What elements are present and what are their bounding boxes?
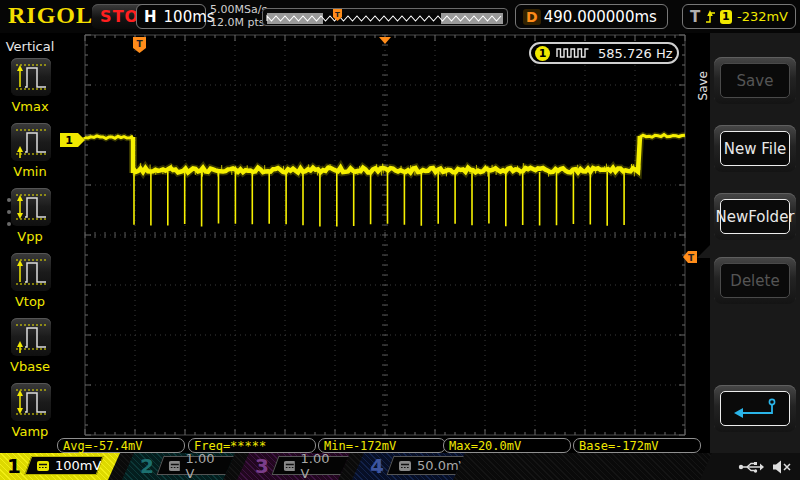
dc-coupling-icon: [169, 461, 180, 471]
svg-text:1: 1: [65, 134, 73, 147]
vamp-icon: [11, 383, 51, 421]
return-arrow-icon: [730, 396, 780, 422]
channel-scale-value: 50.0mV: [417, 458, 468, 473]
rigol-logo: RIGOL: [8, 2, 93, 29]
menu-tab-label: Save: [696, 71, 710, 100]
measure-item-vtop-label: Vtop: [0, 294, 60, 309]
channel-number: 1: [7, 454, 21, 478]
softkey-label: Delete: [720, 263, 790, 298]
graticule-and-waveform: 1TT: [60, 33, 697, 437]
ch1-level-marker: 1: [60, 133, 85, 147]
usb-icon: [738, 460, 764, 474]
channel-3-badge[interactable]: 31.00 V: [237, 453, 350, 480]
trigger-source-badge: 1: [720, 10, 732, 24]
waveform-display: 1TT 1 585.726 Hz: [60, 33, 697, 437]
softkey-delete-button[interactable]: Delete: [714, 257, 796, 304]
measure-menu-title: Vertical: [0, 39, 60, 54]
measure-item-vpp-button[interactable]: [11, 188, 51, 226]
softkey-label: NewFolder: [720, 199, 790, 234]
dc-coupling-icon: [399, 461, 411, 471]
measure-item-vmax-button[interactable]: [11, 58, 51, 96]
vbase-icon: [11, 318, 51, 356]
channel-number: 3: [255, 454, 269, 478]
menu-tab-strip: Save: [697, 33, 710, 453]
svg-text:T: T: [335, 11, 340, 19]
acquisition-info: 5.00MSa/s 12.0M pts: [210, 3, 267, 29]
measure-item-vamp-button[interactable]: [11, 383, 51, 421]
channel-scale-value: 100mV: [55, 458, 101, 473]
trigger-label: T: [690, 8, 700, 26]
horizontal-label: H: [144, 8, 157, 26]
measure-item-vpp-label: Vpp: [0, 229, 60, 244]
channel-status-bar: 1100mV21.00 V31.00 V450.0mV: [0, 453, 800, 480]
left-measure-menu: Vertical VmaxVminVppVtopVbaseVamp: [0, 33, 60, 453]
speaker-muted-icon: [772, 459, 792, 475]
measurement-readout-freq: Freq=*****: [188, 438, 316, 453]
svg-text:T: T: [136, 39, 143, 49]
trigger-level-value: -232mV: [737, 9, 788, 24]
measure-item-vbase-label: Vbase: [0, 359, 60, 374]
channel-scale-value: 1.00 V: [301, 451, 338, 480]
measurement-readout-min: Min=-172mV: [318, 438, 446, 453]
oscilloscope-screen: RIGOL STOP H 100ms 5.00MSa/s 12.0M pts T…: [0, 0, 800, 480]
measurement-results-bar: Avg=-57.4mVFreq=*****Min=-172mVMax=20.0m…: [0, 437, 800, 453]
trigger-delay-box[interactable]: D 490.000000ms: [515, 4, 668, 29]
waveform-overview-graphic: T: [263, 9, 507, 25]
counter-frequency-value: 585.726 Hz: [598, 46, 673, 61]
delay-value: 490.000000ms: [541, 8, 660, 26]
measurement-readout-base: Base=-172mV: [573, 438, 701, 453]
softkey-label: New File: [720, 131, 790, 166]
top-status-bar: RIGOL STOP H 100ms 5.00MSa/s 12.0M pts T…: [0, 0, 800, 34]
channel-scale-value: 1.00 V: [186, 451, 223, 480]
vpp-icon: [11, 188, 51, 226]
measure-item-vtop-button[interactable]: [11, 253, 51, 291]
system-status-panel: [700, 453, 800, 480]
channel-4-badge[interactable]: 450.0mV: [352, 453, 465, 480]
channel-2-badge[interactable]: 21.00 V: [122, 453, 235, 480]
center-marker: [379, 37, 391, 44]
sample-rate: 5.00MSa/s: [210, 3, 267, 16]
rising-edge-icon: [705, 9, 715, 24]
softkey-newfolder-button[interactable]: NewFolder: [714, 193, 796, 240]
softkey-new-file-button[interactable]: New File: [714, 125, 796, 172]
measurement-readout-max: Max=20.0mV: [443, 438, 571, 453]
timebase-value: 100ms: [164, 8, 215, 26]
vtop-icon: [11, 253, 51, 291]
softkey-save-button[interactable]: Save: [714, 57, 796, 104]
softkey-label: Save: [720, 63, 790, 98]
measurement-readout-avg: Avg=-57.4mV: [57, 438, 185, 453]
delay-label: D: [523, 9, 541, 25]
counter-channel-badge: 1: [535, 46, 550, 61]
horizontal-timebase-box[interactable]: H 100ms: [136, 4, 206, 29]
measure-item-vbase-button[interactable]: [11, 318, 51, 356]
svg-text:T: T: [688, 253, 695, 263]
channel-number: 4: [370, 454, 384, 478]
memory-depth: 12.0M pts: [210, 16, 267, 29]
dc-coupling-icon: [284, 461, 295, 471]
softkey-return-button[interactable]: [714, 385, 796, 432]
measure-item-vmin-button[interactable]: [11, 123, 51, 161]
channel-number: 2: [140, 454, 154, 478]
channel-1-badge[interactable]: 1100mV: [0, 453, 120, 480]
trigger-info-box[interactable]: T 1 -232mV: [682, 4, 796, 29]
frequency-counter-badge: 1 585.726 Hz: [529, 42, 679, 64]
measure-item-vmin-label: Vmin: [0, 164, 60, 179]
menu-notch: [697, 245, 710, 258]
vmax-icon: [11, 58, 51, 96]
right-soft-menu: SaveNew FileNewFolderDelete: [710, 33, 800, 453]
measure-item-vmax-label: Vmax: [0, 99, 60, 114]
waveform-overview-bar[interactable]: T: [262, 8, 508, 26]
vmin-icon: [11, 123, 51, 161]
dc-coupling-icon: [37, 461, 49, 471]
square-wave-icon: [556, 47, 592, 59]
